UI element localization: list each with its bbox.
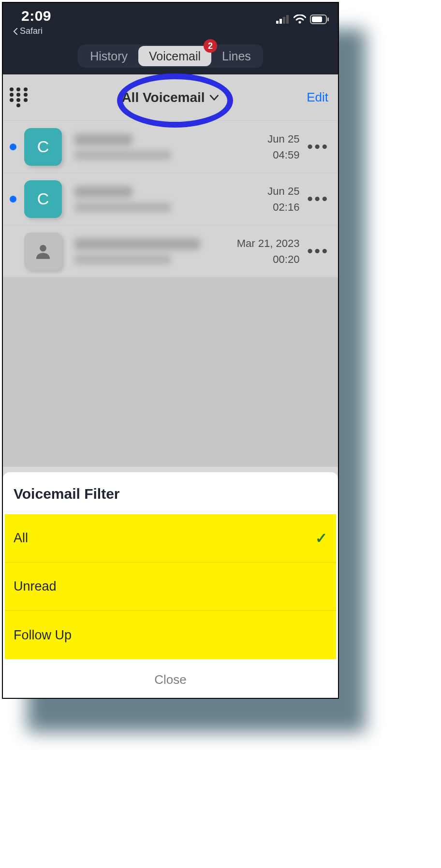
sheet-title: Voicemail Filter [3,472,338,512]
list-header: All Voicemail Edit [3,74,338,121]
row-date: Mar 21, 2023 [237,235,300,251]
filter-dropdown[interactable]: All Voicemail [121,90,219,105]
filter-option-all[interactable]: All ✓ [5,514,336,563]
more-icon[interactable]: ••• [307,138,329,156]
voicemail-list: C Jun 25 04:59 ••• C [3,121,338,467]
filter-title: All Voicemail [121,90,205,105]
filter-option-label: All [14,531,28,546]
row-duration: 00:20 [237,251,300,267]
voicemail-row[interactable]: C Jun 25 04:59 ••• [3,121,338,173]
checkmark-icon: ✓ [315,530,327,547]
svg-point-8 [40,245,46,251]
tab-lines[interactable]: Lines [211,46,262,66]
filter-sheet: Voicemail Filter All ✓ Unread Follow Up … [3,472,338,698]
row-duration: 02:16 [267,199,299,215]
tab-history[interactable]: History [79,46,138,66]
back-chevron-icon [13,28,19,35]
voicemail-row[interactable]: Mar 21, 2023 00:20 ••• [3,225,338,277]
dialpad-icon[interactable] [10,88,29,107]
unread-indicator [10,196,16,203]
avatar [24,232,62,270]
filter-option-label: Unread [14,579,57,594]
more-icon[interactable]: ••• [307,242,329,260]
battery-icon [310,14,329,24]
back-app-label: Safari [20,26,43,36]
top-tab-bar: History Voicemail 2 Lines [3,38,338,74]
more-icon[interactable]: ••• [307,190,329,208]
row-timestamp: Jun 25 02:16 [267,183,299,215]
back-to-app[interactable]: Safari [13,26,43,36]
person-icon [34,242,52,260]
cellular-signal-icon [276,15,290,24]
row-caller-blurred [74,186,267,212]
filter-option-followup[interactable]: Follow Up [5,611,336,659]
row-date: Jun 25 [267,183,299,199]
svg-rect-7 [327,17,329,21]
empty-area [3,277,338,467]
svg-rect-6 [312,16,322,22]
svg-rect-3 [286,15,289,24]
row-duration: 04:59 [267,147,299,163]
voicemail-row[interactable]: C Jun 25 02:16 ••• [3,173,338,225]
row-caller-blurred [74,238,237,264]
tab-voicemail-label: Voicemail [149,49,201,63]
status-bar: 2:09 Safari [3,3,338,38]
row-caller-blurred [74,134,267,160]
unread-indicator [10,144,16,150]
row-timestamp: Jun 25 04:59 [267,131,299,163]
filter-options: All ✓ Unread Follow Up [5,514,336,659]
row-date: Jun 25 [267,131,299,147]
close-button[interactable]: Close [3,661,338,698]
filter-option-label: Follow Up [14,628,72,643]
edit-label: Edit [307,90,328,104]
status-time: 2:09 [21,8,51,24]
chevron-down-icon [209,92,220,103]
segmented-control: History Voicemail 2 Lines [78,44,263,68]
avatar-letter: C [37,137,49,156]
wifi-icon [294,14,306,24]
filter-option-unread[interactable]: Unread [5,563,336,611]
avatar: C [24,180,62,218]
row-timestamp: Mar 21, 2023 00:20 [237,235,300,267]
svg-point-4 [298,21,301,23]
phone-frame: 2:09 Safari [2,2,339,699]
tab-voicemail[interactable]: Voicemail 2 [138,46,211,66]
edit-button[interactable]: Edit [307,90,328,105]
svg-rect-1 [279,19,282,24]
status-icons [276,14,329,24]
svg-rect-0 [276,21,279,24]
svg-rect-2 [283,17,285,24]
tab-history-label: History [90,49,128,63]
tab-lines-label: Lines [222,49,251,63]
avatar-letter: C [37,189,49,208]
close-label: Close [154,672,186,687]
avatar: C [24,128,62,166]
